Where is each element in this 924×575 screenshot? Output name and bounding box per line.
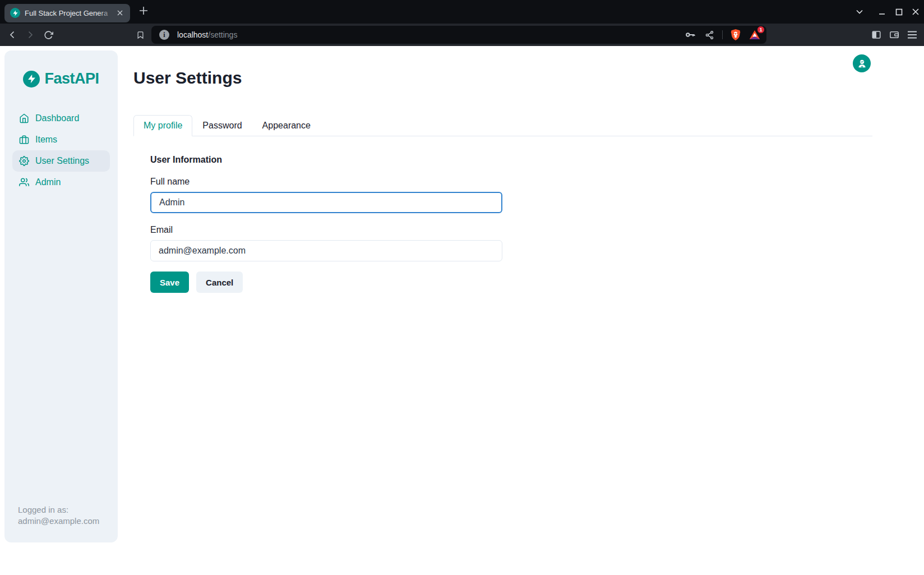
site-info-icon[interactable]: i (159, 30, 169, 40)
maximize-icon[interactable] (890, 0, 907, 24)
app-page: FastAPI Dashboard Items User Settings Ad… (0, 46, 924, 575)
save-button[interactable]: Save (150, 272, 189, 293)
tab-title-fade (99, 8, 114, 18)
new-tab-icon[interactable] (138, 5, 149, 19)
share-icon[interactable] (703, 29, 715, 41)
key-icon[interactable] (684, 29, 696, 41)
close-window-icon[interactable] (907, 0, 924, 24)
sidebar-item-label: User Settings (35, 156, 89, 166)
url-bar[interactable]: i localhost/settings (151, 26, 766, 44)
minimize-icon[interactable] (874, 0, 890, 24)
tab-password[interactable]: Password (192, 115, 252, 136)
fastapi-logo: FastAPI (23, 70, 99, 88)
full-name-label: Full name (150, 177, 502, 187)
section-title: User Information (150, 155, 502, 165)
full-name-input[interactable] (150, 192, 502, 213)
cancel-button[interactable]: Cancel (196, 272, 243, 293)
home-icon (19, 113, 29, 123)
user-avatar-button[interactable] (853, 54, 871, 72)
reload-icon[interactable] (39, 26, 57, 44)
tab-title: Full Stack Project Genera (25, 8, 114, 18)
briefcase-icon (19, 135, 29, 145)
users-icon (19, 177, 29, 187)
sidebar-item-label: Admin (35, 177, 61, 187)
logged-in-info: Logged in as: admin@example.com (4, 504, 118, 542)
fastapi-bolt-icon (23, 71, 40, 88)
gear-icon (19, 156, 29, 166)
back-icon[interactable] (3, 26, 21, 44)
profile-form: User Information Full name Email Save Ca… (150, 155, 502, 293)
toolbar-divider (722, 30, 723, 39)
tab-appearance[interactable]: Appearance (252, 115, 321, 136)
sidebar-item-user-settings[interactable]: User Settings (12, 150, 110, 172)
sidebar: FastAPI Dashboard Items User Settings Ad… (4, 50, 118, 542)
sidebar-item-label: Items (35, 135, 57, 145)
email-label: Email (150, 225, 502, 235)
rewards-badge: 1 (757, 26, 765, 34)
browser-tab-bar: Full Stack Project Genera (0, 0, 924, 24)
sidebar-item-admin[interactable]: Admin (12, 172, 110, 193)
logo-text: FastAPI (44, 70, 99, 88)
sidebar-item-dashboard[interactable]: Dashboard (12, 108, 110, 129)
settings-tabs: My profile Password Appearance (133, 115, 872, 136)
browser-toolbar: i localhost/settings (0, 24, 924, 46)
browser-tab[interactable]: Full Stack Project Genera (4, 4, 130, 22)
tab-my-profile[interactable]: My profile (133, 115, 192, 136)
url-bar-icons: 1 (684, 29, 761, 41)
form-actions: Save Cancel (150, 272, 502, 293)
page-title: User Settings (133, 67, 924, 89)
forward-icon[interactable] (21, 26, 39, 44)
fastapi-favicon-icon (10, 8, 20, 18)
logged-in-label: Logged in as: (18, 504, 104, 516)
sidebar-item-label: Dashboard (35, 113, 79, 123)
brave-rewards-icon[interactable]: 1 (749, 29, 761, 41)
bookmark-icon[interactable] (131, 26, 149, 44)
wallet-icon[interactable] (888, 29, 900, 41)
window-controls (851, 0, 924, 24)
brave-shield-icon[interactable] (729, 29, 742, 41)
email-input[interactable] (150, 240, 502, 261)
tab-search-chevron-icon[interactable] (851, 0, 868, 24)
tab-close-icon[interactable] (114, 7, 126, 19)
toolbar-right-icons (870, 29, 924, 41)
main-content: User Settings My profile Password Appear… (118, 46, 924, 575)
url-text[interactable]: localhost/settings (177, 30, 684, 39)
user-avatar-icon (857, 58, 867, 69)
logged-in-email: admin@example.com (18, 516, 104, 527)
sidebar-panel-icon[interactable] (870, 29, 883, 41)
menu-hamburger-icon[interactable] (906, 29, 918, 41)
sidebar-nav: Dashboard Items User Settings Admin (4, 108, 118, 193)
sidebar-item-items[interactable]: Items (12, 129, 110, 150)
